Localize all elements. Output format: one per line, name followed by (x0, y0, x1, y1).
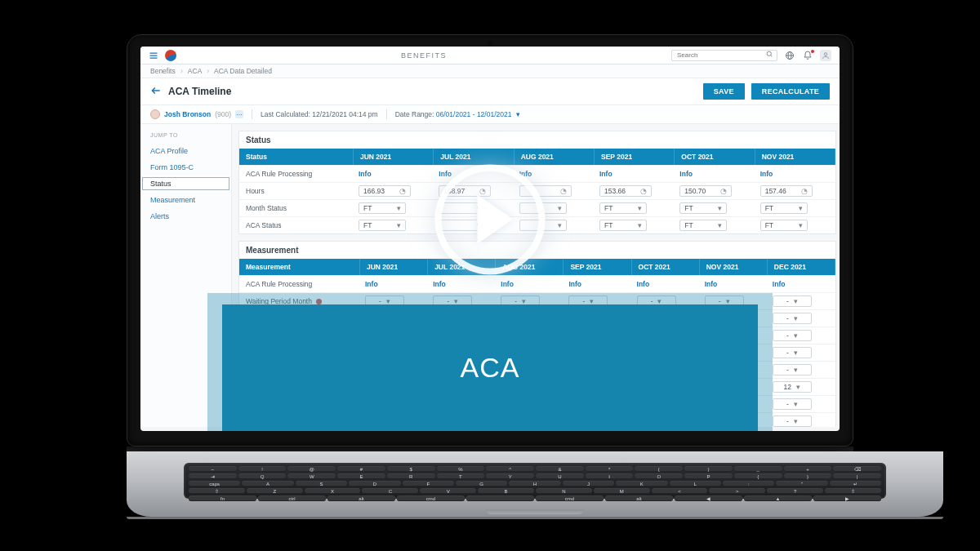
keyboard-key: G (456, 481, 507, 487)
sidebar-item-form-1095-c[interactable]: Form 1095-C (140, 159, 231, 176)
keyboard-key: ⌫ (833, 466, 881, 472)
measurement-info-link[interactable]: Info (428, 275, 496, 292)
measurement-column-header: DEC 2021 (768, 259, 835, 275)
chevron-down-icon: ▾ (796, 383, 800, 391)
aca-status-select[interactable]: FT▾ (595, 216, 675, 233)
keyboard-key: ⇥ (189, 473, 237, 479)
chevron-down-icon: ▾ (794, 297, 798, 305)
keyboard-key: < (652, 488, 708, 494)
sidebar-title: JUMP TO (140, 132, 231, 143)
status-column-header: AUG 2021 (514, 149, 595, 165)
last-calculated: Last Calculated: 12/21/2021 04:14 pm (261, 110, 378, 118)
keyboard-key: A (242, 481, 293, 487)
measurement-select[interactable]: -▾ (768, 344, 835, 361)
measurement-select[interactable]: -▾ (768, 327, 835, 344)
profile-avatar[interactable] (820, 50, 831, 61)
month-status-select[interactable]: FT▾ (595, 199, 675, 216)
user-chip[interactable]: Josh Bronson (900) ⋯ (150, 109, 243, 119)
keyboard-key: alt (605, 495, 673, 501)
chevron-down-icon: ▾ (397, 204, 401, 212)
status-info-link[interactable]: Info (755, 165, 835, 182)
back-arrow-icon[interactable] (150, 85, 162, 98)
measurement-info-link[interactable]: Info (632, 275, 700, 292)
chevron-right-icon: › (180, 67, 183, 75)
status-column-header: JUL 2021 (434, 149, 514, 165)
sidebar-item-alerts[interactable]: Alerts (140, 208, 231, 224)
chevron-down-icon: ▾ (799, 204, 803, 212)
ellipsis-icon[interactable]: ⋯ (235, 110, 243, 118)
month-status-select[interactable]: FT▾ (675, 199, 755, 216)
hours-input-cell[interactable]: 157.46◔ (755, 182, 835, 199)
status-row-label: ACA Status (239, 216, 354, 233)
search-icon[interactable] (766, 51, 773, 60)
measurement-info-link[interactable]: Info (496, 275, 564, 292)
chevron-right-icon: › (207, 67, 209, 75)
measurement-info-link[interactable]: Info (700, 275, 768, 292)
measurement-info-link[interactable]: Info (768, 275, 835, 292)
sidebar-item-status[interactable]: Status (140, 176, 231, 192)
banner-title: ACA (461, 352, 520, 384)
status-column-header: NOV 2021 (755, 149, 835, 165)
status-row-label: Month Status (239, 199, 354, 216)
recalculate-button[interactable]: RECALCULATE (751, 83, 830, 100)
status-info-link[interactable]: Info (675, 165, 755, 182)
keyboard-key: % (437, 466, 485, 472)
measurement-select[interactable]: -▾ (768, 395, 835, 412)
keyboard-key: P (684, 473, 733, 479)
breadcrumb-item[interactable]: ACA (188, 67, 202, 75)
keyboard-key: Y (486, 473, 534, 479)
chevron-down-icon: ▾ (794, 366, 798, 374)
keyboard-key: J (563, 481, 614, 487)
keyboard-key: ) (684, 466, 733, 472)
app-logo-icon (165, 50, 176, 61)
keyboard-key: Q (238, 473, 287, 479)
breadcrumb-item[interactable]: Benefits (150, 67, 176, 75)
status-panel-title: Status (239, 131, 835, 149)
status-column-header: Status (239, 149, 354, 165)
keyboard-key: ! (238, 466, 287, 472)
hours-input-cell[interactable]: 150.70◔ (675, 182, 755, 199)
date-range-picker[interactable]: Date Range: 06/01/2021 - 12/01/2021 ▾ (395, 110, 520, 118)
svg-point-8 (824, 52, 826, 55)
chevron-down-icon: ▾ (516, 110, 520, 118)
measurement-info-link[interactable]: Info (564, 275, 631, 292)
play-button[interactable] (435, 164, 546, 274)
month-status-select[interactable]: FT▾ (755, 199, 835, 216)
measurement-select[interactable]: -▾ (768, 309, 835, 327)
user-name: Josh Bronson (164, 110, 211, 118)
chevron-down-icon: ▾ (638, 221, 642, 229)
keyboard-key: F (403, 481, 454, 487)
keyboard-key: : (723, 481, 774, 487)
measurement-column-header: NOV 2021 (700, 259, 768, 275)
user-id: (900) (215, 110, 231, 118)
status-info-link[interactable]: Info (354, 165, 434, 182)
chevron-down-icon: ▾ (638, 204, 642, 212)
measurement-select[interactable]: -▾ (768, 361, 835, 378)
trackpad-notch (486, 509, 584, 514)
keyboard-key: C (362, 488, 418, 494)
measurement-select[interactable]: 12▾ (768, 378, 835, 395)
hamburger-icon[interactable] (149, 51, 158, 60)
keyboard-key: ↵ (830, 481, 881, 487)
save-button[interactable]: SAVE (703, 83, 745, 100)
measurement-info-link[interactable]: Info (360, 275, 428, 292)
keyboard-key: ? (767, 488, 823, 494)
measurement-column-header: SEP 2021 (564, 259, 631, 275)
sidebar-item-aca-profile[interactable]: ACA Profile (140, 143, 231, 159)
aca-status-select[interactable]: FT▾ (354, 216, 434, 233)
sidebar-item-measurement[interactable]: Measurement (140, 192, 231, 208)
bell-icon[interactable] (802, 51, 813, 60)
hours-input-cell[interactable]: 153.66◔ (595, 182, 675, 199)
aca-status-select[interactable]: FT▾ (675, 216, 755, 233)
measurement-select[interactable]: -▾ (768, 292, 835, 309)
search-input[interactable] (675, 51, 763, 60)
breadcrumb-item[interactable]: ACA Data Detailed (214, 67, 272, 75)
hours-input-cell[interactable]: 166.93◔ (354, 182, 434, 199)
clock-icon: ◔ (720, 187, 727, 195)
search-box[interactable] (671, 50, 777, 61)
measurement-select[interactable]: -▾ (768, 412, 835, 427)
month-status-select[interactable]: FT▾ (354, 199, 434, 216)
aca-status-select[interactable]: FT▾ (755, 216, 835, 233)
globe-icon[interactable] (784, 51, 795, 60)
status-info-link[interactable]: Info (595, 165, 675, 182)
